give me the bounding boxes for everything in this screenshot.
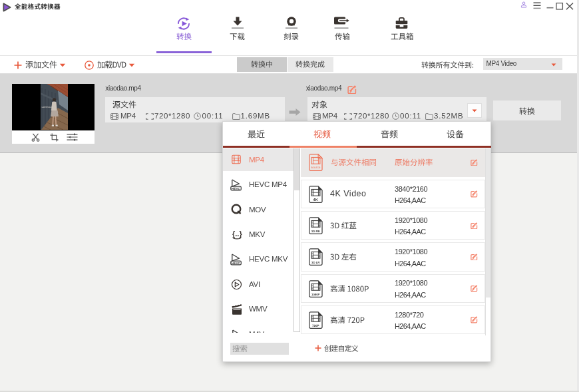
svg-text:HEVC: HEVC: [232, 186, 240, 190]
svg-text:3D LR: 3D LR: [311, 261, 319, 264]
svg-text:GREENSUN: GREENSUN: [41, 106, 53, 108]
svg-text:1080P: 1080P: [311, 292, 320, 295]
svg-text:HEVC: HEVC: [232, 261, 240, 264]
svg-text:3D RB: 3D RB: [311, 230, 320, 233]
svg-text:4K: 4K: [313, 198, 318, 202]
svg-text:720P: 720P: [312, 324, 319, 327]
svg-text:source: source: [311, 166, 321, 170]
